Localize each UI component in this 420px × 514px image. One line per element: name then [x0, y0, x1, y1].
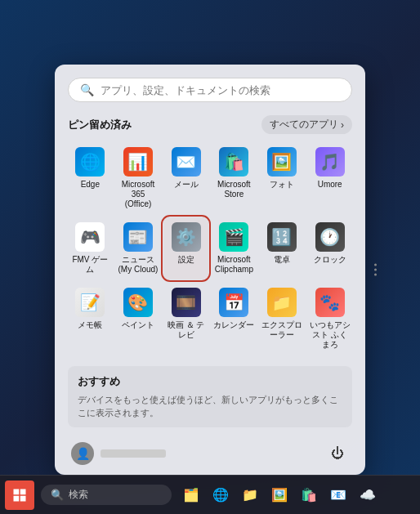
- app-item-edge[interactable]: 🌐Edge: [68, 142, 113, 214]
- app-item-paint[interactable]: 🎨ペイント: [116, 283, 161, 355]
- app-label-clipchamp: Microsoft Clipchamp: [213, 255, 255, 275]
- taskbar-icon-cloud-tb[interactable]: ☁️: [355, 482, 381, 508]
- app-item-clipchamp[interactable]: 🎬Microsoft Clipchamp: [212, 217, 257, 279]
- app-item-photo[interactable]: 🖼️フォト: [260, 142, 305, 214]
- side-dots: [374, 264, 377, 276]
- app-icon-news: 📰: [123, 222, 153, 252]
- dot-2: [374, 269, 377, 271]
- app-label-settings: 設定: [178, 255, 194, 265]
- app-icon-clock: 🕐: [315, 222, 345, 252]
- app-icon-notepad: 📝: [75, 288, 105, 317]
- app-label-edge: Edge: [81, 180, 100, 190]
- app-label-movies: 映画 ＆ テレビ: [165, 320, 207, 340]
- search-icon: 🔍: [80, 83, 94, 96]
- recommended-section: おすすめ デバイスをもっと使えば使うほど、新しいアプリがもっと多くここに表示され…: [68, 366, 352, 427]
- search-input[interactable]: [101, 84, 340, 96]
- taskbar-search-bar[interactable]: 🔍 検索: [41, 485, 172, 505]
- app-icon-store: 🛍️: [219, 147, 248, 177]
- svg-rect-3: [20, 495, 26, 501]
- app-icon-m365: 📊: [123, 147, 153, 177]
- search-bar[interactable]: 🔍: [68, 78, 352, 102]
- app-item-store[interactable]: 🛍️Microsoft Store: [212, 142, 257, 214]
- taskbar-icon-task-view[interactable]: 🗂️: [178, 482, 204, 508]
- app-icon-settings: ⚙️: [172, 222, 201, 252]
- power-button[interactable]: ⏻: [326, 442, 349, 465]
- dot-1: [374, 264, 377, 266]
- taskbar-icon-mail-tb[interactable]: 📧: [325, 482, 351, 508]
- app-label-umore: Umore: [318, 180, 342, 190]
- app-icon-photo: 🖼️: [267, 147, 297, 177]
- app-item-clock[interactable]: 🕐クロック: [307, 217, 352, 279]
- app-label-itsumo: いつもアシスト ふくまろ: [309, 320, 351, 350]
- app-icon-fmv: 🎮: [75, 222, 105, 252]
- start-button[interactable]: [5, 480, 34, 510]
- desktop: 🔍 ピン留め済み すべてのアプリ › 🌐Edge📊Microsoft 365 (…: [0, 0, 420, 514]
- app-item-fmv[interactable]: 🎮FMV ゲーム: [68, 217, 113, 279]
- taskbar-icon-photo-tb[interactable]: 🖼️: [266, 482, 293, 508]
- app-label-calc: 電卓: [274, 255, 290, 265]
- recommended-title: おすすめ: [78, 374, 342, 389]
- svg-rect-0: [14, 489, 20, 494]
- start-menu: 🔍 ピン留め済み すべてのアプリ › 🌐Edge📊Microsoft 365 (…: [55, 65, 365, 475]
- app-item-movies[interactable]: 🎞️映画 ＆ テレビ: [163, 283, 208, 355]
- app-icon-movies: 🎞️: [172, 288, 201, 317]
- app-item-explorer[interactable]: 📁エクスプローラー: [260, 283, 305, 355]
- app-label-clock: クロック: [314, 255, 346, 265]
- app-label-paint: ペイント: [122, 320, 154, 330]
- recommended-text: デバイスをもっと使えば使うほど、新しいアプリがもっと多くここに表示されます。: [78, 394, 342, 419]
- app-item-news[interactable]: 📰ニュース (My Cloud): [116, 217, 161, 279]
- app-item-settings[interactable]: ⚙️設定: [163, 217, 208, 279]
- app-label-store: Microsoft Store: [213, 180, 255, 199]
- user-name: [101, 449, 166, 458]
- app-icon-calc: 🔢: [267, 222, 297, 252]
- taskbar-icon-folder-tb[interactable]: 📁: [237, 482, 263, 508]
- app-icon-itsumo: 🐾: [315, 288, 345, 317]
- all-apps-button[interactable]: すべてのアプリ ›: [261, 115, 352, 134]
- app-label-m365: Microsoft 365 (Office): [118, 180, 159, 209]
- app-icon-calendar: 📅: [219, 288, 248, 317]
- avatar: 👤: [71, 442, 94, 465]
- app-label-news: ニュース (My Cloud): [118, 255, 159, 275]
- user-info[interactable]: 👤: [71, 442, 166, 465]
- app-label-explorer: エクスプローラー: [261, 320, 303, 340]
- app-item-mail[interactable]: ✉️メール: [163, 142, 208, 214]
- dot-3: [374, 274, 377, 276]
- pinned-title: ピン留め済み: [68, 118, 132, 132]
- app-label-mail: メール: [174, 180, 199, 190]
- pinned-section-header: ピン留め済み すべてのアプリ ›: [68, 115, 352, 134]
- app-icon-clipchamp: 🎬: [219, 222, 248, 252]
- app-label-notepad: メモ帳: [78, 320, 102, 330]
- app-label-calendar: カレンダー: [213, 320, 254, 330]
- user-power-row: 👤 ⏻: [68, 437, 352, 465]
- taskbar: 🔍 検索 🗂️🌐📁🖼️🛍️📧☁️: [0, 475, 420, 514]
- app-item-umore[interactable]: 🎵Umore: [307, 142, 352, 214]
- app-icon-umore: 🎵: [315, 147, 345, 177]
- app-icon-explorer: 📁: [267, 288, 297, 317]
- app-grid: 🌐Edge📊Microsoft 365 (Office)✉️メール🛍️Micro…: [68, 142, 352, 355]
- app-item-notepad[interactable]: 📝メモ帳: [68, 283, 113, 355]
- taskbar-icon-store-tb[interactable]: 🛍️: [296, 482, 322, 508]
- taskbar-search-icon: 🔍: [51, 489, 64, 501]
- app-item-m365[interactable]: 📊Microsoft 365 (Office): [116, 142, 161, 214]
- app-item-calendar[interactable]: 📅カレンダー: [212, 283, 257, 355]
- taskbar-search-text: 検索: [69, 488, 88, 502]
- app-item-itsumo[interactable]: 🐾いつもアシスト ふくまろ: [307, 283, 352, 355]
- app-label-photo: フォト: [270, 180, 294, 190]
- app-item-calc[interactable]: 🔢電卓: [260, 217, 305, 279]
- app-label-fmv: FMV ゲーム: [69, 255, 111, 275]
- taskbar-icon-edge-tb[interactable]: 🌐: [208, 482, 234, 508]
- taskbar-icons: 🗂️🌐📁🖼️🛍️📧☁️: [178, 482, 381, 508]
- svg-rect-1: [20, 489, 26, 494]
- windows-icon: [12, 488, 27, 503]
- app-icon-mail: ✉️: [172, 147, 201, 177]
- svg-rect-2: [14, 495, 20, 501]
- app-icon-paint: 🎨: [123, 288, 153, 317]
- app-icon-edge: 🌐: [75, 147, 105, 177]
